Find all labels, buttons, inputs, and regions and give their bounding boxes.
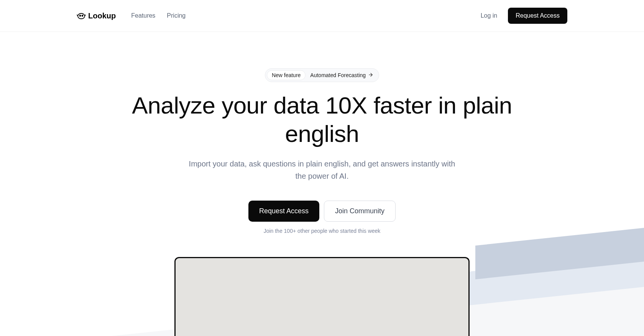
hero-section: New feature Automated Forecasting Analyz… [0,32,644,336]
hero-request-access-button[interactable]: Request Access [248,201,319,222]
feature-badge[interactable]: New feature Automated Forecasting [265,68,379,82]
nav-pricing[interactable]: Pricing [167,12,186,19]
hero-buttons: Request Access Join Community [0,201,644,222]
feature-badge-text: Automated Forecasting [310,72,373,79]
header: Lookup Features Pricing Log in Request A… [0,0,644,32]
new-feature-pill: New feature [267,70,306,80]
logo-icon [77,12,86,20]
logo-text: Lookup [88,12,116,20]
svg-point-2 [82,15,83,16]
hero-subtitle: Import your data, ask questions in plain… [184,158,460,182]
hero-join-community-button[interactable]: Join Community [324,201,396,222]
header-left: Lookup Features Pricing [77,12,186,20]
arrow-right-icon [368,72,373,79]
logo[interactable]: Lookup [77,12,116,20]
request-access-button[interactable]: Request Access [508,8,567,24]
header-right: Log in Request Access [481,8,567,24]
svg-point-0 [78,13,85,19]
nav-links: Features Pricing [131,12,186,19]
feature-badge-label: Automated Forecasting [310,72,366,78]
hero-image-placeholder [174,257,470,336]
hero-title: Analyze your data 10X faster in plain en… [130,91,514,148]
svg-point-1 [80,15,81,16]
nav-features[interactable]: Features [131,12,155,19]
hero-caption: Join the 100+ other people who started t… [0,228,644,234]
login-link[interactable]: Log in [481,12,498,19]
